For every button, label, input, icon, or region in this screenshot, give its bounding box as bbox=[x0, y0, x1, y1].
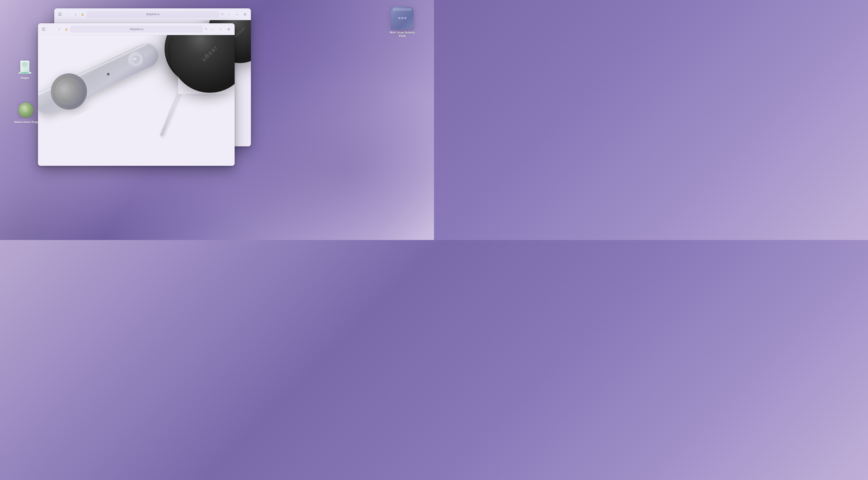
svg-point-47 bbox=[401, 17, 403, 19]
url-bar-back[interactable]: dolyame.ru bbox=[86, 11, 219, 18]
url-text-front: dolyame.ru bbox=[130, 28, 143, 31]
svg-rect-32 bbox=[21, 61, 29, 62]
desktop-icon-native-union[interactable]: Native Union Drop bbox=[12, 101, 39, 125]
moft-icon-svg bbox=[391, 7, 414, 29]
native-union-label: Native Union Drop bbox=[13, 120, 39, 125]
svg-point-46 bbox=[398, 17, 401, 19]
desktop-icon-moft[interactable]: Moft Snap Battery Pack bbox=[389, 7, 416, 37]
product-image-front: uBear uBear bbox=[38, 35, 235, 166]
url-text-back: dolyame.ru bbox=[146, 13, 160, 16]
browser-window-front: ‹ › 🔒 dolyame.ru ↻ ↑ + ⊞ bbox=[38, 23, 235, 166]
moft-image bbox=[391, 7, 414, 29]
toolbar-left-back: ‹ › bbox=[57, 11, 79, 18]
back-button-back[interactable]: ‹ bbox=[65, 11, 71, 18]
moft-label: Moft Snap Battery Pack bbox=[389, 31, 416, 37]
toolbar-right-front: ↑ + ⊞ bbox=[209, 26, 232, 32]
privacy-icon-front: 🔒 bbox=[64, 27, 68, 31]
tabs-button-back[interactable]: ⊞ bbox=[242, 11, 248, 18]
svg-point-42 bbox=[25, 109, 27, 112]
browser-toolbar-front: ‹ › 🔒 dolyame.ru ↻ ↑ + ⊞ bbox=[38, 23, 235, 35]
svg-point-30 bbox=[22, 62, 28, 67]
desktop-icon-deppa[interactable]: Deppa bbox=[11, 57, 38, 81]
toolbar-left-front: ‹ › bbox=[41, 26, 62, 32]
reload-button-back[interactable]: ↻ bbox=[221, 12, 224, 16]
tabs-button-front[interactable]: ⊞ bbox=[225, 26, 232, 32]
privacy-icon-back: 🔒 bbox=[81, 12, 85, 16]
svg-point-48 bbox=[404, 17, 406, 19]
native-union-svg bbox=[17, 101, 35, 119]
forward-button-front[interactable]: › bbox=[56, 26, 62, 32]
sidebar-button-back[interactable] bbox=[57, 12, 63, 17]
sidebar-icon-back bbox=[58, 13, 62, 16]
forward-button-back[interactable]: › bbox=[72, 11, 79, 18]
back-button-front[interactable]: ‹ bbox=[49, 26, 55, 32]
share-button-front[interactable]: ↑ bbox=[209, 26, 216, 32]
reload-button-front[interactable]: ↻ bbox=[205, 27, 208, 31]
sidebar-button-front[interactable] bbox=[41, 27, 47, 31]
browser-toolbar-back: ‹ › 🔒 dolyame.ru ↻ ↑ + ⊞ bbox=[54, 8, 251, 20]
add-tab-button-back[interactable]: + bbox=[234, 11, 240, 18]
deppa-icon-svg bbox=[16, 57, 34, 74]
share-button-back[interactable]: ↑ bbox=[225, 11, 232, 18]
deppa-image bbox=[16, 57, 34, 74]
svg-rect-45 bbox=[393, 8, 412, 11]
svg-rect-31 bbox=[20, 72, 29, 73]
browser-content-front: uBear uBear bbox=[38, 35, 235, 166]
add-tab-button-front[interactable]: + bbox=[217, 26, 224, 32]
native-union-image bbox=[17, 101, 35, 119]
toolbar-right-back: ↑ + ⊞ bbox=[225, 11, 248, 18]
svg-point-43 bbox=[22, 106, 26, 108]
url-bar-front[interactable]: dolyame.ru bbox=[70, 26, 203, 33]
deppa-label: Deppa bbox=[20, 76, 31, 81]
sidebar-icon-front bbox=[42, 28, 46, 31]
